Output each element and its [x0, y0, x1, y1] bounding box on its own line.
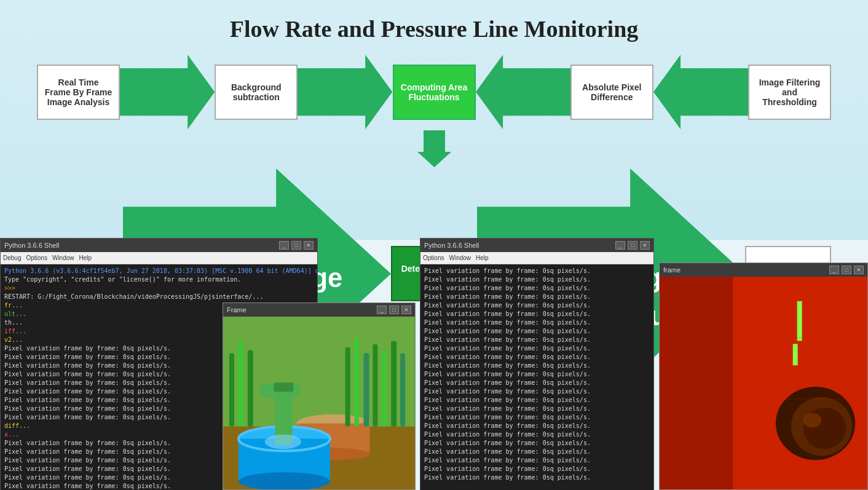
- shell-content-right: Pixel variation frame by frame: 0sq pixe…: [420, 264, 653, 490]
- shell-line: Pixel variation frame by frame: 0sq pixe…: [424, 387, 650, 396]
- shell-line: Pixel variation frame by frame: 0sq pixe…: [424, 439, 650, 448]
- svg-point-41: [803, 413, 822, 428]
- svg-rect-32: [274, 382, 294, 392]
- diagram-area: Flow Rate and Pressure Line Monitoring R…: [0, 0, 868, 240]
- shell-line: Pixel variation frame by frame: 0sq pixe…: [424, 344, 650, 353]
- menu-help-r[interactable]: Help: [476, 255, 489, 261]
- arrow-left-1: [476, 55, 570, 129]
- shell-line: Pixel variation frame by frame: 0sq pixe…: [424, 370, 650, 379]
- down-arrow-container: [0, 130, 868, 167]
- close-btn-rframe[interactable]: ✕: [854, 266, 864, 274]
- box-absolute-pixel: Absolute Pixel Difference: [570, 65, 653, 120]
- shell-title-left: Python 3.6.6 Shell: [4, 242, 59, 249]
- frame-window-mid[interactable]: Frame _ □ ✕: [223, 302, 416, 490]
- frame-image-mid: [223, 317, 415, 489]
- arrow-left-2: [653, 55, 748, 129]
- frame-title-right: frame: [663, 266, 681, 274]
- svg-marker-4: [417, 130, 451, 167]
- shell-line: Pixel variation frame by frame: 0sq pixe…: [424, 301, 650, 310]
- shell-line: Pixel variation frame by frame: 0sq pixe…: [424, 396, 650, 405]
- box-background-sub: Background subtraction: [215, 65, 298, 120]
- shell-line: Pixel variation frame by frame: 0sq pixe…: [424, 448, 650, 456]
- window-controls-left[interactable]: _ □ ✕: [279, 241, 314, 250]
- shell-line: Pixel variation frame by frame: 0sq pixe…: [424, 336, 650, 344]
- shell-line: Pixel variation frame by frame: 0sq pixe…: [424, 267, 650, 275]
- shell-line: Pixel variation frame by frame: 0sq pixe…: [424, 430, 650, 439]
- plant-svg: [223, 317, 415, 489]
- window-controls-right-shell[interactable]: _ □ ✕: [615, 241, 650, 250]
- shell-line: Pixel variation frame by frame: 0sq pixe…: [424, 456, 650, 465]
- menu-window-r[interactable]: Window: [449, 255, 471, 261]
- minimize-btn-mid[interactable]: _: [377, 306, 387, 314]
- svg-rect-37: [793, 344, 798, 365]
- box-computing: Computing Area Fluctuations: [393, 65, 476, 120]
- windows-area: Python 3.6.6 Shell _ □ ✕ Debug Options W…: [0, 238, 868, 490]
- menu-window[interactable]: Window: [52, 255, 74, 261]
- menu-bar-left: Debug Options Window Help: [1, 252, 317, 264]
- shell-line: Pixel variation frame by frame: 0sq pixe…: [424, 422, 650, 430]
- svg-rect-36: [797, 301, 802, 341]
- svg-rect-23: [382, 350, 386, 427]
- svg-marker-3: [653, 55, 748, 129]
- close-btn-mid[interactable]: ✕: [401, 306, 411, 314]
- svg-point-33: [265, 435, 302, 449]
- maximize-btn-mid[interactable]: □: [389, 306, 399, 314]
- svg-rect-21: [363, 354, 369, 427]
- box-real-time: Real Time Frame By Frame Image Analysis: [37, 65, 120, 120]
- shell-line: Pixel variation frame by frame: 0sq pixe…: [424, 413, 650, 422]
- titlebar-frame-right: frame _ □ ✕: [660, 263, 867, 277]
- svg-rect-17: [239, 341, 243, 427]
- box-image-filtering: Image Filtering and Thresholding: [748, 65, 831, 120]
- svg-rect-22: [373, 344, 377, 427]
- shell-line: Pixel variation frame by frame: 0sq pixe…: [424, 405, 650, 413]
- svg-rect-35: [660, 277, 733, 489]
- shell-line: Pixel variation frame by frame: 0sq pixe…: [424, 379, 650, 387]
- maximize-btn-rshell[interactable]: □: [628, 241, 637, 250]
- minimize-btn-rframe[interactable]: _: [829, 266, 839, 274]
- arrow-right-2: [298, 55, 392, 129]
- shell-line: Pixel variation frame by frame: 0sq pixe…: [424, 284, 650, 293]
- menu-help[interactable]: Help: [79, 255, 92, 261]
- frame-window-right[interactable]: frame _ □ ✕: [659, 263, 868, 490]
- svg-marker-1: [298, 55, 392, 129]
- menu-debug[interactable]: Debug: [3, 255, 21, 261]
- svg-rect-16: [229, 354, 234, 427]
- frame-title-mid: Frame: [227, 306, 247, 314]
- shell-line: Pixel variation frame by frame: 0sq pixe…: [424, 275, 650, 284]
- shell-line: >>>: [4, 284, 314, 293]
- svg-rect-20: [355, 338, 359, 427]
- close-btn-left[interactable]: ✕: [304, 241, 314, 250]
- maximize-btn-left[interactable]: □: [291, 241, 301, 250]
- svg-marker-0: [120, 55, 215, 129]
- shell-line: Pixel variation frame by frame: 0sq pixe…: [424, 362, 650, 370]
- shell-line: Pixel variation frame by frame: 0sq pixe…: [424, 473, 650, 482]
- shell-line: RESTART: G:/Fight_Corona/Blockchain/vide…: [4, 293, 314, 301]
- arrow-right-1: [120, 55, 215, 129]
- svg-rect-19: [345, 347, 350, 427]
- window-controls-mid[interactable]: _ □ ✕: [377, 306, 411, 314]
- shell-line: Pixel variation frame by frame: 0sq pixe…: [424, 353, 650, 362]
- python-shell-right[interactable]: Python 3.6.6 Shell _ □ ✕ Options Window …: [420, 238, 654, 490]
- menu-options[interactable]: Options: [26, 255, 47, 261]
- menu-options-r[interactable]: Options: [423, 255, 444, 261]
- window-controls-right-frame[interactable]: _ □ ✕: [829, 266, 864, 274]
- minimize-btn-rshell[interactable]: _: [615, 241, 625, 250]
- svg-rect-24: [391, 341, 397, 427]
- svg-rect-18: [248, 350, 253, 427]
- shell-line: Pixel variation frame by frame: 0sq pixe…: [424, 310, 650, 318]
- titlebar-right-shell: Python 3.6.6 Shell _ □ ✕: [420, 239, 653, 252]
- arrow-down: [417, 130, 451, 167]
- shell-line: Pixel variation frame by frame: 0sq pixe…: [424, 465, 650, 473]
- titlebar-left: Python 3.6.6 Shell _ □ ✕: [1, 239, 317, 252]
- titlebar-frame-mid: Frame _ □ ✕: [223, 303, 415, 317]
- maximize-btn-rframe[interactable]: □: [842, 266, 851, 274]
- close-btn-rshell[interactable]: ✕: [640, 241, 650, 250]
- svg-marker-2: [476, 55, 570, 129]
- minimize-btn-left[interactable]: _: [279, 241, 289, 250]
- flow-row-1: Real Time Frame By Frame Image Analysis …: [0, 55, 868, 129]
- shell-line: Pixel variation frame by frame: 0sq pixe…: [424, 293, 650, 301]
- shell-line: Python 3.6.6 (v3.6.6:4cf1f54eb7, Jun 27 …: [4, 267, 314, 275]
- frame-image-right: [660, 277, 867, 489]
- shell-line: Pixel variation frame by frame: 0sq pixe…: [424, 327, 650, 336]
- shell-title-right: Python 3.6.6 Shell: [424, 242, 479, 249]
